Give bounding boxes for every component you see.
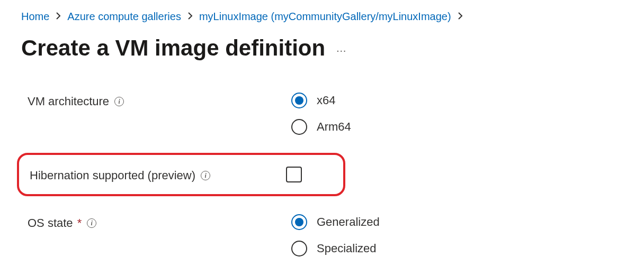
highlight-hibernation: Hibernation supported (preview) i — [17, 153, 345, 196]
breadcrumb: Home Azure compute galleries myLinuxImag… — [21, 11, 623, 23]
field-label: OS state * i — [21, 214, 291, 230]
radio-label: Specialized — [317, 242, 377, 255]
radio-circle-icon — [291, 93, 307, 108]
more-actions-button[interactable]: … — [336, 42, 347, 54]
field-input: Generalized Specialized — [291, 214, 380, 256]
radio-label: Generalized — [317, 215, 380, 229]
radio-os-state-generalized[interactable]: Generalized — [291, 214, 380, 230]
radio-circle-icon — [291, 241, 307, 256]
chevron-right-icon — [458, 12, 463, 22]
page-title: Create a VM image definition — [21, 35, 325, 61]
breadcrumb-home[interactable]: Home — [21, 11, 49, 23]
field-os-state: OS state * i Generalized Specialized — [21, 214, 623, 256]
vm-arch-label-text: VM architecture — [28, 95, 109, 108]
chevron-right-icon — [56, 12, 61, 22]
checkbox-hibernation-supported[interactable] — [286, 167, 302, 182]
field-label: VM architecture i — [21, 93, 291, 108]
field-input — [284, 167, 302, 182]
info-icon[interactable]: i — [114, 97, 124, 106]
hibernation-label-text: Hibernation supported (preview) — [30, 169, 195, 182]
info-icon[interactable]: i — [87, 218, 96, 228]
radio-circle-icon — [291, 119, 307, 135]
radio-circle-icon — [291, 214, 307, 230]
radio-vm-arch-arm64[interactable]: Arm64 — [291, 119, 351, 135]
info-icon[interactable]: i — [201, 171, 210, 180]
field-vm-architecture: VM architecture i x64 Arm64 — [21, 93, 623, 135]
os-state-label-text: OS state — [28, 216, 73, 230]
title-row: Create a VM image definition … — [21, 35, 623, 61]
field-hibernation: Hibernation supported (preview) i — [19, 167, 343, 182]
radio-os-state-specialized[interactable]: Specialized — [291, 241, 380, 256]
field-input: x64 Arm64 — [291, 93, 351, 135]
field-label: Hibernation supported (preview) i — [19, 167, 284, 182]
radio-label: Arm64 — [317, 120, 351, 134]
chevron-right-icon — [187, 12, 193, 22]
breadcrumb-image[interactable]: myLinuxImage (myCommunityGallery/myLinux… — [199, 11, 451, 23]
radio-label: x64 — [317, 94, 335, 107]
radio-vm-arch-x64[interactable]: x64 — [291, 93, 351, 108]
breadcrumb-galleries[interactable]: Azure compute galleries — [67, 11, 181, 23]
required-marker: * — [77, 216, 82, 230]
